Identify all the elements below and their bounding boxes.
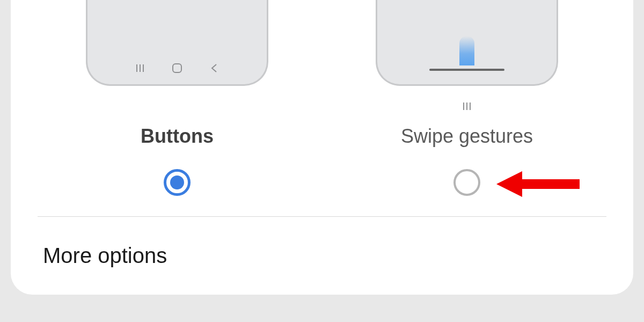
buttons-preview [86, 0, 268, 86]
back-icon [208, 62, 221, 75]
recents-icon [134, 62, 147, 75]
swipe-up-icon [459, 36, 474, 65]
radio-unselected-icon [453, 169, 480, 196]
radio-swipe-gestures[interactable] [453, 169, 480, 196]
option-buttons-label: Buttons [141, 125, 214, 148]
radio-buttons[interactable] [164, 169, 191, 196]
swipe-preview [376, 0, 558, 86]
navbar-preview [87, 62, 267, 75]
more-options-row[interactable]: More options [11, 217, 633, 268]
option-swipe-label: Swipe gestures [401, 125, 533, 148]
home-icon [171, 62, 184, 75]
svg-rect-3 [173, 64, 181, 72]
option-buttons[interactable]: Buttons [47, 0, 308, 196]
option-swipe-gestures[interactable]: Swipe gestures [336, 0, 597, 196]
radio-selected-icon [164, 169, 191, 196]
handle-icon [462, 101, 472, 112]
more-options-label: More options [43, 244, 167, 267]
navigation-type-options: Buttons Swipe gestures [11, 0, 633, 196]
gesture-bar-icon [429, 69, 504, 71]
settings-card: Buttons Swipe gestures [11, 0, 633, 295]
